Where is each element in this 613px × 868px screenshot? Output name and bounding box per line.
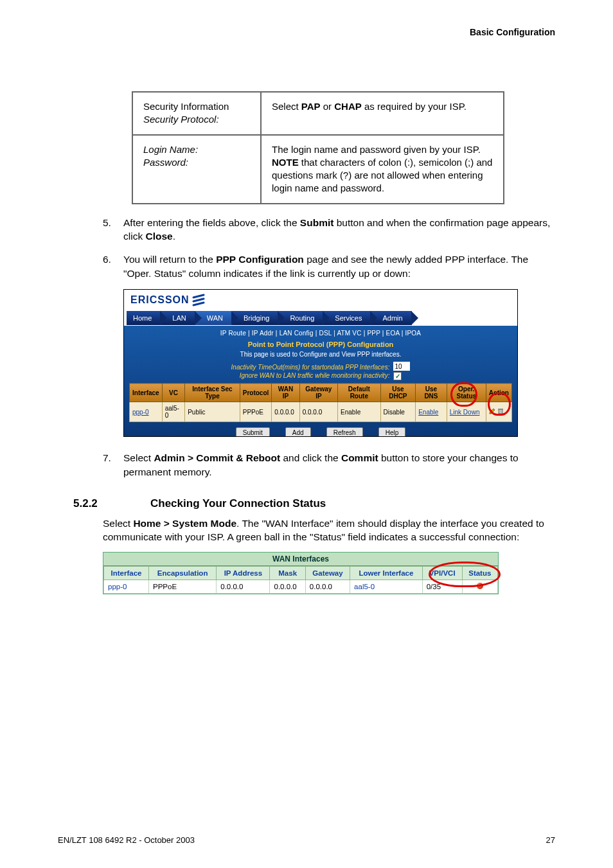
p2-pre: Select (103, 518, 133, 529)
th-action: Action (486, 384, 511, 402)
ppp-config-screenshot: ERICSSON Home LAN WAN Bridging Routing S… (123, 289, 518, 437)
submit-button[interactable]: Submit (236, 427, 270, 437)
steps-list: 5. After entering the fields above, clic… (103, 216, 555, 281)
footer-left: EN/LZT 108 6492 R2 - October 2003 (58, 835, 195, 845)
cell-security-protocol: Security Protocol: (143, 114, 219, 125)
delete-icon[interactable] (497, 408, 504, 414)
wth-status[interactable]: Status (462, 567, 497, 580)
step-num-7: 7. (103, 451, 123, 479)
cell-chap: CHAP (334, 101, 362, 112)
refresh-button[interactable]: Refresh (326, 427, 363, 437)
th-oper-status: Oper. Status (447, 384, 486, 402)
nav-routing[interactable]: Routing (278, 311, 323, 325)
cell-password: Password: (143, 157, 188, 168)
ignore-checkbox[interactable]: ✓ (393, 372, 402, 380)
section-title: Checking Your Connection Status (150, 497, 326, 510)
th-protocol: Protocol (240, 384, 272, 402)
help-button[interactable]: Help (378, 427, 406, 437)
steps-list-2: 7. Select Admin > Commit & Reboot and cl… (103, 451, 555, 479)
th-use-dns: Use DNS (416, 384, 447, 402)
table-row: ppp-0 aal5-0 Public PPPoE 0.0.0.0 0.0.0.… (130, 402, 512, 422)
wan-subtabs[interactable]: IP Route | IP Addr | LAN Config | DSL | … (129, 330, 512, 337)
cell-pap: PAP (301, 101, 321, 112)
s6-ppp: PPP Configuration (216, 254, 304, 265)
wan-title: WAN Interfaces (103, 553, 498, 566)
nav-breadcrumb: Home LAN WAN Bridging Routing Services A… (127, 310, 517, 326)
td-gw-ip: 0.0.0.0 (299, 402, 337, 422)
cell-login-name: Login Name: (143, 144, 198, 155)
wtd-gw: 0.0.0.0 (305, 580, 350, 594)
wan-table: Interface Encapsulation IP Address Mask … (103, 566, 498, 594)
cell-note: NOTE (272, 157, 299, 168)
td-wan-ip: 0.0.0.0 (272, 402, 299, 422)
wtd-interface[interactable]: ppp-0 (104, 580, 149, 594)
s5-close: Close (145, 231, 172, 242)
th-default-route: Default Route (338, 384, 381, 402)
running-header: Basic Configuration (470, 27, 555, 37)
cell-select-post: as required by your ISP. (362, 101, 466, 112)
cell-select-pre: Select (272, 101, 301, 112)
wtd-status (462, 580, 497, 594)
nav-home[interactable]: Home (127, 311, 161, 325)
wth-gw[interactable]: Gateway (305, 567, 350, 580)
svg-rect-1 (498, 409, 503, 410)
ericsson-logo-icon (192, 294, 205, 306)
wth-lower[interactable]: Lower Interface (350, 567, 423, 580)
th-gw-ip: Gateway IP (299, 384, 337, 402)
wtd-lower[interactable]: aal5-0 (350, 580, 423, 594)
ppp-subtitle: This page is used to Configure and View … (129, 351, 512, 358)
s7-pre: Select (123, 452, 154, 463)
page-number: 27 (546, 835, 555, 845)
s5-pre: After entering the fields above, click t… (123, 217, 300, 228)
wth-vpi[interactable]: VPI/VCI (422, 567, 462, 580)
wth-encap[interactable]: Encapsulation (149, 567, 217, 580)
cell-security-info: Security Information (143, 101, 229, 112)
wan-row: ppp-0 PPPoE 0.0.0.0 0.0.0.0 0.0.0.0 aal5… (104, 580, 498, 594)
s7-admin: Admin > Commit & Reboot (154, 452, 280, 463)
wth-interface[interactable]: Interface (104, 567, 149, 580)
nav-bridging[interactable]: Bridging (232, 311, 278, 325)
ppp-title: Point to Point Protocol (PPP) Configurat… (129, 341, 512, 348)
s6-pre: You will return to the (123, 254, 216, 265)
wtd-vpi: 0/35 (422, 580, 462, 594)
s7-mid: and click the (280, 452, 341, 463)
info-table: Security Information Security Protocol: … (132, 91, 504, 204)
wth-mask[interactable]: Mask (270, 567, 305, 580)
add-button[interactable]: Add (285, 427, 311, 437)
svg-rect-0 (499, 409, 502, 414)
td-use-dns[interactable]: Enable (418, 409, 438, 416)
td-vc: aal5-0 (162, 402, 184, 422)
td-interface[interactable]: ppp-0 (132, 409, 149, 416)
form-label-timeout: Inactivity TimeOut(mins) for startondata… (231, 364, 390, 371)
td-sec-type: Public (185, 402, 240, 422)
td-oper-status[interactable]: Link Down (450, 409, 480, 416)
cell-login-desc2: that characters of colon (:), semicolon … (272, 157, 492, 194)
s5-post: . (173, 231, 175, 242)
step-num-6: 6. (103, 252, 123, 280)
cell-login-desc1: The login name and password given by you… (272, 144, 481, 155)
wtd-ip: 0.0.0.0 (217, 580, 270, 594)
th-interface: Interface (130, 384, 163, 402)
td-action[interactable] (486, 402, 511, 422)
s7-commit: Commit (341, 452, 378, 463)
section-number: 5.2.2 (73, 497, 150, 510)
form-label-ignore: Ignore WAN to LAN traffic while monitori… (240, 372, 390, 379)
ericsson-logo-text: ERICSSON (130, 294, 190, 306)
timeout-input[interactable]: 10 (393, 362, 410, 371)
th-use-dhcp: Use DHCP (380, 384, 416, 402)
wtd-encap: PPPoE (149, 580, 217, 594)
p2-bold: Home > System Mode (133, 518, 236, 529)
td-default-route: Enable (338, 402, 381, 422)
ppp-table: Interface VC Interface Sec Type Protocol… (129, 383, 512, 422)
step-num-5: 5. (103, 216, 123, 244)
s5-submit: Submit (300, 217, 334, 228)
nav-services[interactable]: Services (323, 311, 371, 325)
cell-or: or (321, 101, 335, 112)
wth-ip[interactable]: IP Address (217, 567, 270, 580)
wtd-mask: 0.0.0.0 (270, 580, 305, 594)
wan-interfaces-screenshot: WAN Interfaces Interface Encapsulation I… (103, 552, 499, 594)
td-use-dhcp: Disable (380, 402, 416, 422)
th-vc: VC (162, 384, 184, 402)
td-protocol: PPPoE (240, 402, 272, 422)
edit-icon[interactable] (489, 408, 495, 414)
